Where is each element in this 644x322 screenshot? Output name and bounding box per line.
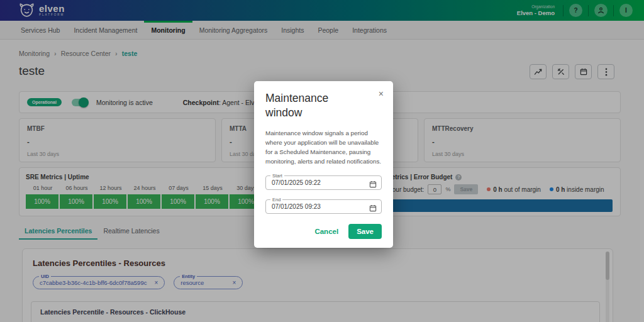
field-label: Start — [270, 173, 284, 179]
modal-description: Maintenance window signals a period wher… — [265, 128, 382, 167]
field-label: End — [270, 197, 282, 203]
field-value[interactable]: 07/01/2025 09:23 — [266, 200, 381, 214]
calendar-icon[interactable] — [369, 179, 377, 191]
maintenance-window-modal: Maintenance window × Maintenance window … — [254, 81, 393, 248]
start-datetime-field[interactable]: Start 07/01/2025 09:22 — [265, 175, 382, 190]
close-icon[interactable]: × — [379, 89, 384, 98]
app-window: elven PLATFORM Organization Elven - Demo… — [0, 0, 644, 322]
calendar-icon[interactable] — [369, 203, 377, 214]
cancel-button[interactable]: Cancel — [314, 228, 338, 235]
modal-title: Maintenance window — [265, 91, 350, 120]
save-button[interactable]: Save — [348, 224, 382, 239]
end-datetime-field[interactable]: End 07/01/2025 09:23 — [265, 199, 382, 214]
